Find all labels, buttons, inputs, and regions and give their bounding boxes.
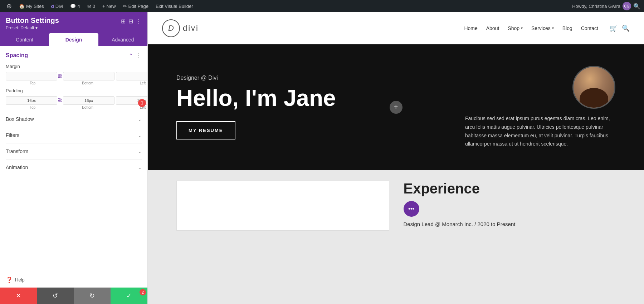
hero-resume-button[interactable]: MY RESUME: [176, 121, 235, 139]
transform-header[interactable]: Transform ⌄: [6, 148, 142, 154]
experience-role: Design Lead @ Monarch Inc. / 2020 to Pre…: [404, 221, 616, 227]
margin-bottom-label: Bottom: [61, 81, 114, 85]
nav-blog[interactable]: Blog: [562, 25, 572, 31]
comments-item[interactable]: 💬 4: [67, 0, 83, 12]
new-item[interactable]: + New: [99, 0, 119, 12]
hero-center-area: +: [367, 101, 424, 114]
animation-header[interactable]: Animation ⌄: [6, 165, 142, 170]
margin-left-input[interactable]: [116, 72, 147, 80]
tab-design[interactable]: Design: [49, 33, 98, 46]
right-panel: D divi Home About Shop ▾ Services ▾ Blog…: [148, 12, 644, 304]
padding-container: ⛓ Top Bottom ⛓: [6, 96, 142, 109]
dots-icon: •••: [408, 206, 414, 212]
admin-bar: ⊕ 🏠 My Sites d Divi 💬 4 ✉ 0 + New ✏ Edit…: [0, 0, 644, 12]
spacing-section-actions: ⌃ ⋮: [129, 52, 142, 59]
lower-right-content: Experience ••• Design Lead @ Monarch Inc…: [404, 181, 616, 227]
my-sites-label: My Sites: [26, 4, 44, 9]
box-shadow-section: Box Shadow ⌄: [6, 111, 142, 127]
padding-badge-1: 1: [138, 99, 146, 107]
padding-link-icon[interactable]: ⛓: [58, 98, 62, 103]
help-text: Help: [15, 277, 25, 283]
transform-title: Transform: [6, 148, 28, 154]
hero-description: Faucibus sed sed erat ipsum purus egesta…: [465, 114, 615, 148]
pencil-icon: ✏: [123, 4, 127, 9]
margin-left-label: Left: [116, 81, 147, 85]
spacing-section-header: Spacing ⌃ ⋮: [6, 52, 142, 59]
panel-header-icons: ⊞ ⊟ ⋮: [121, 18, 142, 25]
hero-title: Hello, I'm Jane: [176, 85, 367, 111]
logo-wordmark: divi: [183, 24, 199, 33]
edit-page-item[interactable]: ✏ Edit Page: [120, 0, 151, 12]
spacing-menu-icon[interactable]: ⋮: [136, 52, 142, 59]
my-sites-item[interactable]: 🏠 My Sites: [16, 0, 47, 12]
margin-link-icon[interactable]: ⛓: [58, 74, 62, 79]
exit-builder-item[interactable]: Exit Visual Builder: [153, 0, 196, 12]
wp-logo-item[interactable]: ⊕: [4, 0, 15, 12]
spacing-chevron-icon[interactable]: ⌃: [129, 53, 133, 58]
comment-icon: 💬: [70, 4, 76, 9]
nav-about[interactable]: About: [486, 25, 499, 31]
margin-row: ⛓ Top Bottom ⛓ Left: [6, 72, 142, 85]
panel-content: Spacing ⌃ ⋮ Margin ⛓ Top Botto: [0, 46, 147, 272]
add-element-button[interactable]: +: [390, 101, 402, 114]
plus-icon: +: [102, 4, 105, 9]
user-avatar: CG: [623, 2, 631, 10]
experience-menu-button[interactable]: •••: [404, 201, 419, 217]
panel-help[interactable]: ❓ Help: [0, 272, 147, 288]
cart-icon[interactable]: 🛒: [610, 24, 618, 32]
redo-button[interactable]: ↻: [74, 288, 111, 304]
padding-top-input[interactable]: [6, 96, 57, 105]
hero-right-content: Faucibus sed sed erat ipsum purus egesta…: [425, 66, 615, 148]
avatar-image: [574, 67, 614, 108]
panel-preset[interactable]: Preset: Default ▾: [6, 25, 59, 30]
search-icon[interactable]: 🔍: [633, 3, 640, 10]
margin-bottom-input[interactable]: [63, 72, 114, 80]
site-logo: D divi: [162, 19, 199, 37]
filters-title: Filters: [6, 132, 19, 138]
shop-chevron-icon: ▾: [521, 26, 523, 30]
hero-section: Designer @ Divi Hello, I'm Jane MY RESUM…: [148, 44, 644, 170]
divi-item[interactable]: d Divi: [48, 0, 66, 12]
margin-label: Margin: [6, 64, 142, 69]
site-header: D divi Home About Shop ▾ Services ▾ Blog…: [148, 12, 644, 44]
animation-title: Animation: [6, 165, 28, 170]
panel-title-area: Button Settings Preset: Default ▾: [6, 16, 59, 30]
box-shadow-header[interactable]: Box Shadow ⌄: [6, 116, 142, 122]
padding-top-bottom-pair: ⛓ Top Bottom: [6, 96, 114, 109]
help-circle-icon: ❓: [6, 276, 13, 283]
services-chevron-icon: ▾: [552, 26, 554, 30]
sites-icon: 🏠: [19, 4, 25, 9]
panel-actions: ✕ ↺ ↻ ✓ 2: [0, 288, 147, 304]
transform-section: Transform ⌄: [6, 143, 142, 159]
nav-contact[interactable]: Contact: [581, 25, 598, 31]
padding-bottom-input[interactable]: [63, 96, 114, 105]
margin-top-input[interactable]: [6, 72, 57, 80]
nav-services[interactable]: Services ▾: [531, 25, 554, 31]
left-panel: Button Settings Preset: Default ▾ ⊞ ⊟ ⋮ …: [0, 12, 148, 304]
messages-item[interactable]: ✉ 0: [84, 0, 98, 12]
tab-content[interactable]: Content: [0, 33, 49, 46]
nav-shop[interactable]: Shop ▾: [508, 25, 523, 31]
filters-header[interactable]: Filters ⌄: [6, 132, 142, 138]
avatar-hair-decoration: [580, 88, 608, 108]
undo-button[interactable]: ↺: [37, 288, 74, 304]
tab-advanced[interactable]: Advanced: [98, 33, 147, 46]
nav-search-icon[interactable]: 🔍: [622, 24, 630, 32]
hero-avatar: [572, 66, 615, 109]
panel-resize-icon[interactable]: ⊞: [121, 18, 126, 25]
panel-expand-icon[interactable]: ⊟: [128, 18, 133, 25]
cancel-button[interactable]: ✕: [0, 288, 37, 304]
nav-home[interactable]: Home: [464, 25, 477, 31]
panel-menu-icon[interactable]: ⋮: [136, 18, 142, 25]
padding-top-label: Top: [6, 106, 59, 109]
box-shadow-chevron-icon: ⌄: [138, 117, 142, 122]
margin-top-label: Top: [6, 81, 59, 85]
save-badge: 2: [140, 289, 146, 295]
save-button[interactable]: ✓ 2: [111, 288, 147, 304]
padding-tb-inputs: ⛓: [6, 96, 114, 105]
padding-label: Padding: [6, 88, 142, 93]
comments-count: 4: [77, 4, 80, 9]
experience-title: Experience: [404, 181, 616, 197]
margin-left-right-pair: ⛓ Left Right: [116, 72, 147, 85]
filters-section: Filters ⌄: [6, 127, 142, 143]
